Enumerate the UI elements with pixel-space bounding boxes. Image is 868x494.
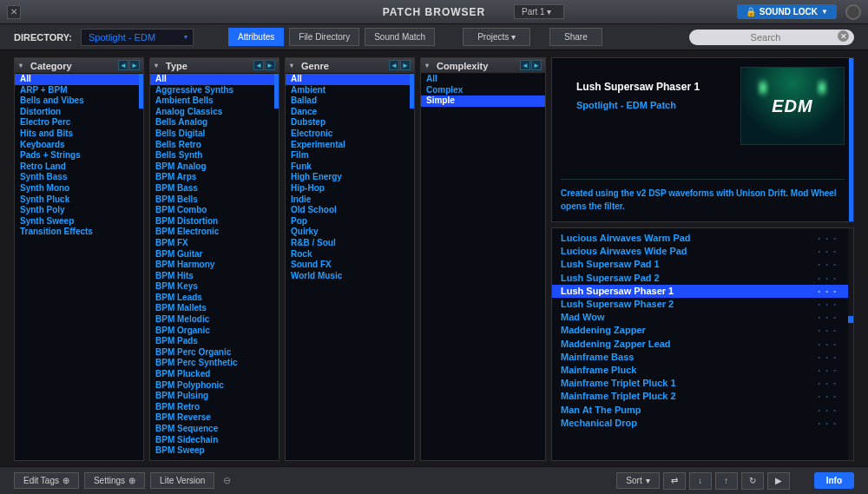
patch-list-item[interactable]: Lush Supersaw Pad 2• • •: [552, 272, 853, 285]
list-item[interactable]: Transition Effects: [15, 227, 143, 238]
next-icon[interactable]: ►: [400, 60, 411, 70]
list-item[interactable]: Distortion: [15, 107, 143, 118]
list-item[interactable]: World Music: [286, 271, 414, 282]
list-item[interactable]: BPM Guitar: [150, 249, 279, 260]
list-item[interactable]: BPM Hits: [150, 271, 279, 282]
next-icon[interactable]: ►: [265, 60, 275, 70]
zoom-out-icon[interactable]: ⊖: [220, 475, 234, 486]
list-item[interactable]: BPM Combo: [150, 205, 279, 216]
edit-tags-button[interactable]: Edit Tags ⊕: [14, 472, 79, 489]
list-item[interactable]: Pop: [286, 216, 414, 227]
list-item[interactable]: Bells Retro: [150, 140, 279, 151]
list-item[interactable]: BPM Plucked: [150, 369, 279, 380]
share-button[interactable]: Share: [549, 28, 602, 46]
category-header[interactable]: Category ◄►: [15, 58, 143, 74]
patch-list-item[interactable]: Mainframe Triplet Pluck 2• • •: [552, 390, 853, 403]
directory-dropdown[interactable]: Spotlight - EDM: [81, 29, 194, 46]
list-item[interactable]: BPM Reverse: [150, 412, 279, 424]
sound-lock-button[interactable]: 🔒 SOUND LOCK ▼: [737, 4, 837, 19]
view-attributes-button[interactable]: Attributes: [228, 28, 284, 46]
list-item[interactable]: Hits and Bits: [15, 128, 143, 140]
list-item[interactable]: Synth Poly: [15, 205, 143, 216]
patch-list-item[interactable]: Lucious Airwaves Wide Pad• • •: [552, 245, 853, 258]
patch-list-item[interactable]: Mad Wow• • •: [552, 311, 853, 324]
list-item[interactable]: BPM Polyphonic: [150, 380, 279, 392]
list-item[interactable]: BPM Mallets: [150, 303, 279, 314]
list-item[interactable]: Ambient: [286, 85, 414, 96]
list-item[interactable]: BPM Melodic: [150, 314, 279, 326]
patch-list-item[interactable]: Man At The Pump• • •: [552, 404, 853, 417]
list-item[interactable]: BPM Sequence: [150, 424, 279, 435]
list-item[interactable]: Indie: [286, 194, 414, 206]
projects-button[interactable]: Projects ▾: [463, 28, 530, 46]
search-clear-button[interactable]: ✕: [838, 30, 849, 42]
prev-icon[interactable]: ◄: [520, 60, 530, 70]
patch-list-item[interactable]: Maddening Zapper• • •: [552, 324, 853, 337]
list-item[interactable]: Bells Digital: [150, 128, 279, 140]
list-item[interactable]: BPM Bells: [150, 194, 279, 206]
list-item[interactable]: Ambient Bells: [150, 96, 279, 107]
list-item[interactable]: All: [421, 74, 545, 85]
patch-list-item[interactable]: Maddening Zapper Lead• • •: [552, 338, 853, 351]
prev-icon[interactable]: ◄: [253, 60, 264, 70]
scrollbar[interactable]: [139, 74, 143, 460]
view-sound-match-button[interactable]: Sound Match: [365, 28, 435, 46]
list-item[interactable]: Aggressive Synths: [150, 85, 279, 96]
patch-list-item[interactable]: Mechanical Drop• • •: [552, 417, 853, 430]
list-item[interactable]: Bells Synth: [150, 150, 279, 161]
list-item[interactable]: Ballad: [286, 96, 414, 107]
type-header[interactable]: Type ◄►: [150, 58, 279, 74]
list-item[interactable]: BPM Keys: [150, 281, 279, 293]
genre-header[interactable]: Genre ◄►: [286, 58, 414, 74]
patch-list-item[interactable]: Lush Supersaw Phaser 2• • •: [552, 298, 853, 311]
lite-version-button[interactable]: Lite Version: [150, 472, 214, 489]
record-indicator[interactable]: [845, 4, 861, 20]
list-item[interactable]: Hip-Hop: [286, 183, 414, 194]
list-item[interactable]: Synth Sweep: [15, 216, 143, 227]
list-item[interactable]: BPM Retro: [150, 402, 279, 413]
list-item[interactable]: Sound FX: [286, 260, 414, 271]
info-button[interactable]: Info: [814, 472, 854, 489]
list-item[interactable]: BPM Analog: [150, 161, 279, 173]
scrollbar[interactable]: [848, 228, 853, 460]
list-item[interactable]: BPM Sidechain: [150, 435, 279, 446]
scrollbar[interactable]: [410, 74, 414, 460]
list-item[interactable]: Electronic: [286, 128, 414, 140]
list-item[interactable]: BPM Perc Organic: [150, 347, 279, 359]
list-item[interactable]: BPM Perc Synthetic: [150, 358, 279, 369]
list-item[interactable]: Dubstep: [286, 117, 414, 128]
complexity-header[interactable]: Complexity ◄►: [421, 58, 545, 74]
list-item[interactable]: All: [286, 74, 414, 85]
part-dropdown[interactable]: Part 1 ▾: [514, 4, 564, 19]
scrollbar[interactable]: [274, 74, 279, 460]
list-item[interactable]: Simple: [421, 96, 545, 107]
close-button[interactable]: ✕: [7, 5, 21, 19]
list-item[interactable]: BPM FX: [150, 238, 279, 249]
settings-button[interactable]: Settings ⊕: [84, 472, 145, 489]
list-item[interactable]: Synth Pluck: [15, 194, 143, 206]
list-item[interactable]: BPM Pads: [150, 336, 279, 347]
list-item[interactable]: BPM Electronic: [150, 227, 279, 238]
list-item[interactable]: High Energy: [286, 172, 414, 183]
next-icon[interactable]: ►: [129, 60, 140, 70]
list-item[interactable]: BPM Arps: [150, 172, 279, 183]
list-item[interactable]: Funk: [286, 161, 414, 173]
list-item[interactable]: Quirky: [286, 227, 414, 238]
list-item[interactable]: Film: [286, 150, 414, 161]
list-item[interactable]: R&B / Soul: [286, 238, 414, 249]
search-input[interactable]: [689, 30, 854, 45]
list-item[interactable]: BPM Organic: [150, 326, 279, 337]
list-item[interactable]: Keyboards: [15, 140, 143, 151]
patch-list-item[interactable]: Mainframe Triplet Pluck 1• • •: [552, 377, 853, 390]
play-button[interactable]: ▶: [767, 472, 790, 490]
list-item[interactable]: Dance: [286, 107, 414, 118]
patch-list-item[interactable]: Mainframe Pluck• • •: [552, 364, 853, 377]
next-icon[interactable]: ►: [531, 60, 542, 70]
list-item[interactable]: BPM Harmony: [150, 260, 279, 271]
list-item[interactable]: All: [15, 74, 143, 85]
patch-list-item[interactable]: Lush Supersaw Pad 1• • •: [552, 258, 853, 271]
patch-list-item[interactable]: Lush Supersaw Phaser 1• • •: [552, 285, 853, 298]
prev-icon[interactable]: ◄: [389, 60, 399, 70]
down-button[interactable]: ↓: [689, 472, 712, 490]
list-item[interactable]: Synth Bass: [15, 172, 143, 183]
